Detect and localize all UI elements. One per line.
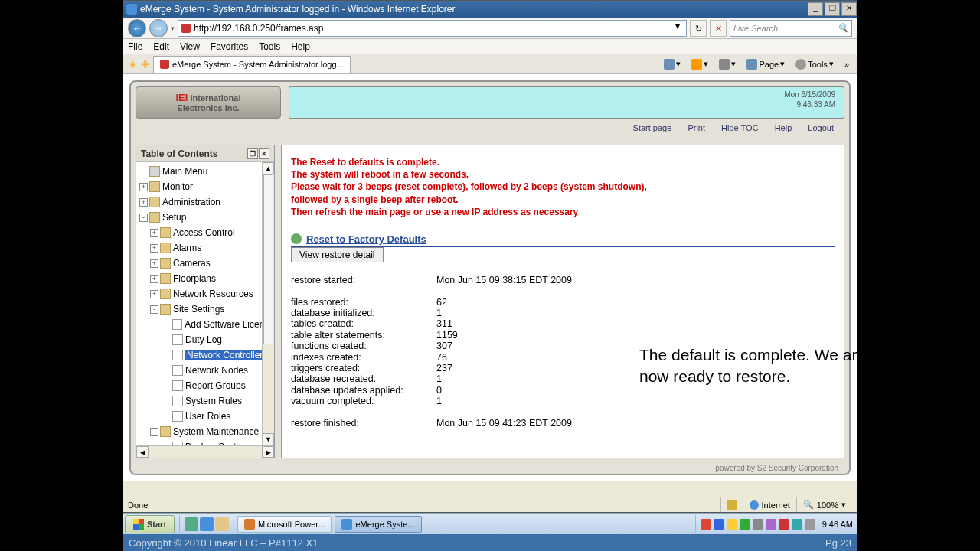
menu-view[interactable]: View	[180, 41, 200, 52]
tree-item-system-rules[interactable]: System Rules	[136, 393, 274, 409]
link-start-page[interactable]: Start page	[633, 123, 672, 132]
tree-item-label: Network Resources	[173, 289, 253, 299]
link-hide-toc[interactable]: Hide TOC	[721, 123, 759, 132]
tray-icon-8[interactable]	[792, 519, 802, 530]
tree-item-user-roles[interactable]: User Roles	[136, 409, 274, 424]
tree-item-network-resources[interactable]: +Network Resources	[136, 286, 274, 302]
tree-item-access-control[interactable]: +Access Control	[136, 225, 274, 240]
ql-ie-icon[interactable]	[200, 517, 214, 531]
toc-restore-button[interactable]: ❐	[247, 148, 258, 159]
tray-clock[interactable]: 9:46 AM	[818, 520, 853, 529]
tray-volume-icon[interactable]	[805, 519, 815, 530]
tree-item-administration[interactable]: +Administration	[136, 194, 274, 210]
status-zone[interactable]: Internet	[743, 497, 796, 512]
scroll-down-icon[interactable]: ▼	[263, 433, 274, 445]
tree-item-network-nodes[interactable]: Network Nodes	[136, 363, 274, 378]
scroll-track[interactable]	[149, 446, 262, 458]
tree-toggle-icon[interactable]: -	[139, 214, 148, 222]
tray-icon-7[interactable]	[779, 519, 789, 530]
toc-vscrollbar[interactable]: ▲ ▼	[262, 162, 274, 445]
tree-item-report-groups[interactable]: Report Groups	[136, 378, 274, 393]
search-box[interactable]: Live Search 🔍	[730, 20, 852, 37]
taskbar-emerge[interactable]: eMerge Syste...	[335, 516, 421, 533]
tray-icon-1[interactable]	[701, 519, 711, 530]
start-button[interactable]: Start	[125, 515, 175, 533]
browser-tab[interactable]: eMerge System - System Administrator log…	[153, 56, 351, 73]
link-print[interactable]: Print	[688, 123, 705, 132]
search-icon[interactable]: 🔍	[838, 23, 848, 33]
tree-item-main-menu[interactable]: Main Menu	[136, 164, 274, 179]
scroll-left-icon[interactable]: ◀	[136, 446, 149, 458]
app-header: IEI International Electronics Inc. Mon 6…	[131, 82, 849, 123]
tree-item-cameras[interactable]: +Cameras	[136, 256, 274, 271]
minimize-button[interactable]: _	[808, 2, 823, 16]
tree-item-add-software-license[interactable]: Add Software License	[136, 317, 274, 332]
stop-button[interactable]: ✕	[710, 20, 727, 37]
menu-help[interactable]: Help	[291, 41, 310, 52]
menu-file[interactable]: File	[128, 41, 142, 52]
back-button[interactable]: ←	[128, 19, 146, 37]
view-restore-detail-button[interactable]: View restore detail	[291, 247, 384, 262]
system-tray: 9:46 AM	[695, 515, 858, 533]
menu-edit[interactable]: Edit	[153, 41, 169, 52]
tree-toggle-icon[interactable]: +	[139, 183, 148, 191]
main-panel: The Reset to defaults is complete. The s…	[281, 145, 844, 458]
print-button[interactable]: ▾	[716, 57, 739, 71]
tree-item-duty-log[interactable]: Duty Log	[136, 332, 274, 347]
tree-toggle-icon[interactable]: -	[150, 305, 158, 314]
ql-explorer-icon[interactable]	[215, 517, 229, 531]
address-dropdown[interactable]: ▾	[671, 21, 683, 36]
status-zoom[interactable]: 🔍100% ▾	[796, 497, 852, 512]
address-bar[interactable]: http://192.168.0.250/frames.asp ▾	[178, 20, 687, 37]
nav-dropdown[interactable]: ▾	[171, 24, 175, 32]
toc-close-button[interactable]: ✕	[259, 148, 270, 159]
tree-item-site-settings[interactable]: -Site Settings	[136, 302, 274, 317]
refresh-button[interactable]: ↻	[690, 20, 707, 37]
scroll-right-icon[interactable]: ▶	[262, 446, 274, 458]
tree-toggle-icon[interactable]: +	[150, 290, 158, 298]
tray-icon-4[interactable]	[740, 519, 750, 530]
menu-tools[interactable]: Tools	[259, 41, 280, 52]
tree-item-alarms[interactable]: +Alarms	[136, 240, 274, 256]
maximize-button[interactable]: ❐	[825, 2, 840, 16]
scroll-up-icon[interactable]: ▲	[263, 162, 274, 174]
tree-toggle-icon[interactable]: +	[150, 259, 158, 268]
link-help[interactable]: Help	[775, 123, 792, 132]
tray-icon-3[interactable]	[727, 519, 737, 530]
taskbar-powerpoint[interactable]: Microsoft Power...	[237, 516, 332, 533]
tree-toggle-icon[interactable]: +	[150, 275, 158, 283]
tree-item-label: Add Software License	[185, 319, 274, 330]
status-security[interactable]	[720, 497, 743, 512]
tree-toggle-icon[interactable]: +	[150, 229, 158, 237]
tree-item-system-maintenance[interactable]: -System Maintenance	[136, 424, 274, 439]
add-favorites-icon[interactable]: ✚	[141, 58, 150, 70]
tree-item-floorplans[interactable]: +Floorplans	[136, 271, 274, 286]
close-button[interactable]: ✕	[841, 2, 857, 16]
ql-desktop-icon[interactable]	[185, 517, 198, 531]
tree-toggle-icon[interactable]: +	[139, 198, 148, 207]
favorites-icon[interactable]: ★	[128, 58, 138, 70]
tray-icon-2[interactable]	[714, 519, 724, 530]
tree-toggle-icon[interactable]: +	[150, 244, 158, 253]
ie-window: eMerge System - System Administrator log…	[122, 0, 858, 513]
tray-icon-5[interactable]	[753, 519, 763, 530]
tree-item-backup-system[interactable]: Backup System	[136, 439, 274, 445]
tree-toggle-icon[interactable]: -	[150, 428, 158, 436]
tools-menu[interactable]: Tools ▾	[792, 57, 837, 71]
page-number: Pg 23	[825, 537, 851, 549]
toc-hscrollbar[interactable]: ◀ ▶	[136, 445, 274, 458]
tray-icon-6[interactable]	[766, 519, 776, 530]
forward-button[interactable]: →	[149, 19, 168, 37]
home-button[interactable]: ▾	[661, 57, 684, 71]
tree-item-setup[interactable]: -Setup	[136, 210, 274, 225]
menu-favorites[interactable]: Favorites	[211, 41, 248, 52]
folder-icon	[160, 243, 171, 253]
scroll-thumb[interactable]	[263, 174, 273, 344]
tree-item-monitor[interactable]: +Monitor	[136, 179, 274, 194]
chevron-button[interactable]: »	[841, 58, 852, 70]
page-menu[interactable]: Page ▾	[743, 57, 788, 71]
tree-item-network-controller[interactable]: Network Controller	[136, 347, 274, 363]
feeds-button[interactable]: ▾	[688, 57, 711, 71]
link-logout[interactable]: Logout	[808, 123, 834, 132]
marquee-area	[289, 86, 844, 119]
